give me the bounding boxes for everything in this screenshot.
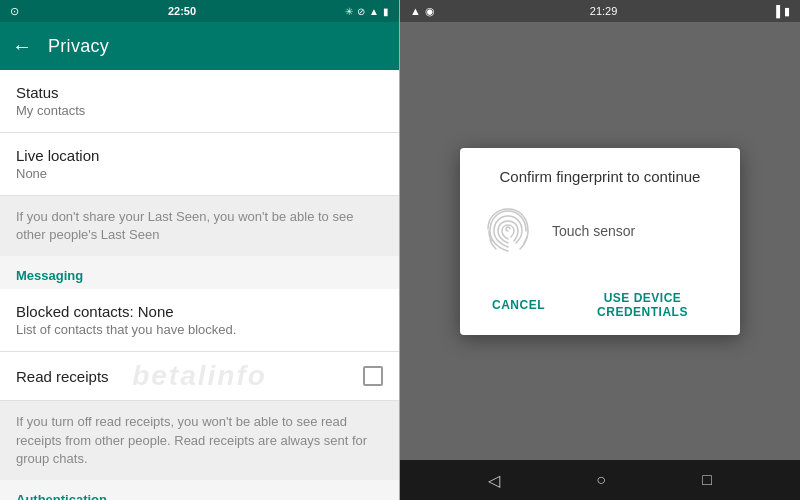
- info-block-1: If you don't share your Last Seen, you w…: [0, 196, 399, 256]
- read-receipts-label: Read receipts: [16, 368, 109, 385]
- settings-content: Status My contacts Live location None If…: [0, 70, 399, 500]
- blocked-label: Blocked contacts: None: [16, 303, 383, 320]
- right-left-icons: ▲ ◉: [410, 5, 435, 18]
- read-receipts-checkbox[interactable]: [363, 366, 383, 386]
- live-location-item[interactable]: Live location None: [0, 133, 399, 196]
- left-status-icons: ✳ ⊘ ▲ ▮: [345, 6, 389, 17]
- home-nav-icon[interactable]: ○: [596, 471, 606, 489]
- signal-bars-icon: ▐: [772, 5, 780, 18]
- phone-right: ▲ ◉ 21:29 ▐ ▮ Confirm fingerprint to con…: [400, 0, 800, 500]
- live-location-value: None: [16, 166, 383, 181]
- back-nav-icon[interactable]: ◁: [488, 471, 500, 490]
- right-main: Confirm fingerprint to continue: [400, 22, 800, 460]
- fingerprint-icon: [480, 203, 536, 259]
- status-item[interactable]: Status My contacts: [0, 70, 399, 133]
- live-location-label: Live location: [16, 147, 383, 164]
- right-time: 21:29: [590, 5, 618, 17]
- phone-left: ⊙ 22:50 ✳ ⊘ ▲ ▮ ← Privacy Status My cont…: [0, 0, 400, 500]
- status-bar-left: ⊙ 22:50 ✳ ⊘ ▲ ▮: [0, 0, 399, 22]
- left-time: 22:50: [168, 5, 196, 17]
- section-messaging: Messaging: [0, 256, 399, 289]
- status-label: Status: [16, 84, 383, 101]
- battery-icon-r: ▮: [784, 5, 790, 18]
- status-value: My contacts: [16, 103, 383, 118]
- blocked-contacts-item[interactable]: Blocked contacts: None List of contacts …: [0, 289, 399, 352]
- dialog-buttons: CANCEL USE DEVICE CREDENTIALS: [480, 279, 720, 327]
- wifi-icon: ▲: [369, 6, 379, 17]
- blocked-sub: List of contacts that you have blocked.: [16, 322, 383, 337]
- fingerprint-dialog: Confirm fingerprint to continue: [460, 148, 740, 335]
- section-authentication: Authentication: [0, 480, 399, 500]
- battery-icon: ▮: [383, 6, 389, 17]
- right-right-icons: ▐ ▮: [772, 5, 790, 18]
- info-text-1: If you don't share your Last Seen, you w…: [16, 208, 383, 244]
- use-credentials-button[interactable]: USE DEVICE CREDENTIALS: [565, 283, 720, 327]
- read-receipts-item[interactable]: Read receipts betalinfo: [0, 352, 399, 401]
- bluetooth-icon: ✳: [345, 6, 353, 17]
- status-bar-right: ▲ ◉ 21:29 ▐ ▮: [400, 0, 800, 22]
- info-block-2: If you turn off read receipts, you won't…: [0, 401, 399, 480]
- toolbar-title: Privacy: [48, 36, 109, 57]
- fingerprint-svg: [480, 203, 536, 259]
- toolbar: ← Privacy: [0, 22, 399, 70]
- dialog-body: Touch sensor: [480, 203, 720, 259]
- wifi-icon-r: ◉: [425, 5, 435, 18]
- signal-icon-r: ▲: [410, 5, 421, 18]
- cancel-button[interactable]: CANCEL: [480, 283, 557, 327]
- nav-bar: ◁ ○ □: [400, 460, 800, 500]
- touch-sensor-text: Touch sensor: [552, 223, 635, 239]
- back-button[interactable]: ←: [12, 35, 32, 58]
- dialog-title: Confirm fingerprint to continue: [480, 168, 720, 185]
- recents-nav-icon[interactable]: □: [702, 471, 712, 489]
- left-status-icon: ⊙: [10, 5, 19, 18]
- signal-icon: ⊘: [357, 6, 365, 17]
- info-text-2: If you turn off read receipts, you won't…: [16, 413, 383, 468]
